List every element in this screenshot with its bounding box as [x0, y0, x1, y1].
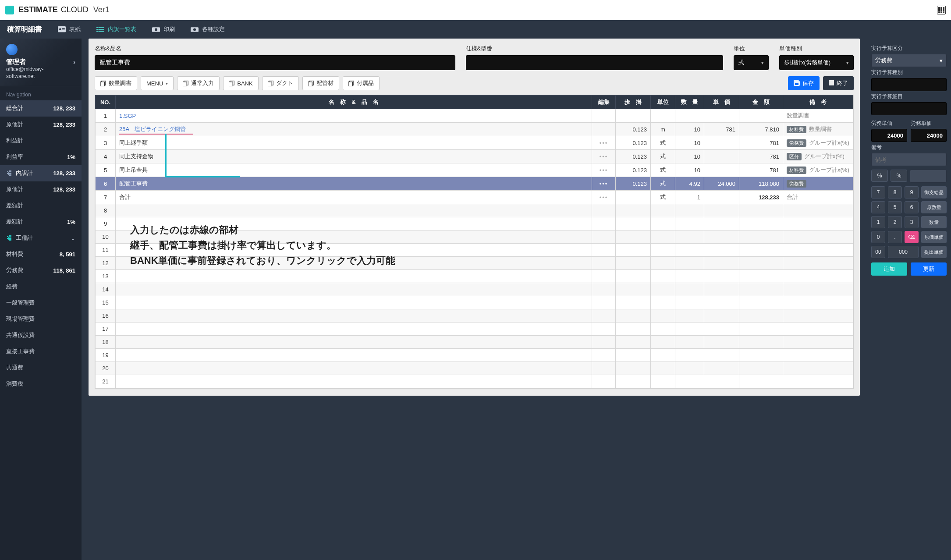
- tab-breakdown-list[interactable]: 内訳一覧表: [96, 25, 136, 33]
- add-button[interactable]: 追加: [871, 262, 907, 276]
- table-row[interactable]: 7合計•••式1128,233合計: [96, 191, 853, 204]
- percent-input[interactable]: [910, 170, 947, 183]
- key-cost-unit[interactable]: 原価単価: [921, 231, 947, 243]
- tab-settings[interactable]: 各種設定: [191, 25, 225, 33]
- table-row[interactable]: 4同上支持金物•••0.123式10781区分グループ計x(%): [96, 150, 853, 163]
- sidebar-item[interactable]: 一般管理費: [0, 295, 82, 311]
- chevron-down-icon: ▾: [761, 60, 764, 66]
- table-row[interactable]: 14: [96, 283, 853, 296]
- table-row[interactable]: 10: [96, 230, 853, 244]
- table-row[interactable]: 17: [96, 323, 853, 336]
- unit-select[interactable]: 式▾: [734, 55, 769, 70]
- table-row[interactable]: 16: [96, 309, 853, 323]
- table-row[interactable]: 19: [96, 349, 853, 362]
- budget-detail-input[interactable]: [871, 102, 947, 115]
- percent-button-a[interactable]: %: [871, 170, 888, 182]
- remarks-input[interactable]: [871, 153, 947, 166]
- user-card[interactable]: 管理者› office@midway-software.net: [0, 39, 82, 86]
- table-row[interactable]: 5同上吊金具•••0.123式10781材料費グループ計x(%): [96, 163, 853, 177]
- table-row[interactable]: 12: [96, 257, 853, 270]
- name-input[interactable]: [95, 55, 455, 70]
- tab-cover[interactable]: 表紙: [58, 25, 81, 33]
- sidebar-item[interactable]: 共通費: [0, 360, 82, 376]
- table-row[interactable]: 6配管工事費•••0.123式4.9224,000118,080労務費: [96, 177, 853, 191]
- labor-unit-b[interactable]: [911, 129, 947, 142]
- key-000[interactable]: 000: [888, 246, 919, 258]
- page-title: 積算明細書: [7, 25, 42, 34]
- save-button[interactable]: 保存: [788, 76, 820, 90]
- sidebar-item[interactable]: 材料費8, 591: [0, 246, 82, 262]
- svg-rect-0: [58, 26, 66, 32]
- key-6[interactable]: 6: [905, 201, 919, 213]
- normal-input-button[interactable]: 通常入力: [177, 76, 220, 90]
- qty-adjust-button[interactable]: 数量調書: [95, 76, 137, 90]
- table-row[interactable]: 20: [96, 362, 853, 375]
- sidebar-item[interactable]: 直接工事費: [0, 344, 82, 360]
- sidebar-item[interactable]: 経費: [0, 279, 82, 295]
- key-7[interactable]: 7: [871, 186, 885, 198]
- table-row[interactable]: 13: [96, 270, 853, 283]
- key-0[interactable]: 0: [871, 231, 885, 243]
- sidebar-item[interactable]: 利益率1%: [0, 149, 82, 165]
- sidebar-item[interactable]: 内訳計128, 233: [0, 165, 82, 181]
- key-3[interactable]: 3: [905, 216, 919, 228]
- svg-rect-15: [100, 82, 104, 86]
- attach-button[interactable]: 付属品: [343, 76, 380, 90]
- table-row[interactable]: 3同上継手類•••0.123式10781労務費グループ計x(%): [96, 136, 853, 150]
- sidebar-item[interactable]: 労務費118, 861: [0, 262, 82, 279]
- key-supply[interactable]: 御支給品: [921, 186, 947, 198]
- percent-button-b[interactable]: %: [891, 170, 907, 182]
- duct-button[interactable]: ダクト: [262, 76, 299, 90]
- update-button[interactable]: 更新: [911, 262, 947, 276]
- table-row[interactable]: 8: [96, 204, 853, 217]
- sidebar-item[interactable]: 利益計: [0, 133, 82, 149]
- detail-table: NO. 名 称 & 品 名 編集 歩 掛 単位 数 量 単 価 金 額 備 考 …: [95, 95, 854, 389]
- type-select[interactable]: 歩掛計x(労務単価)▾: [779, 55, 854, 70]
- key-1[interactable]: 1: [871, 216, 885, 228]
- key-00[interactable]: 00: [871, 246, 885, 258]
- sidebar-item[interactable]: 消費税: [0, 376, 82, 392]
- bank-button[interactable]: BANK: [223, 76, 258, 90]
- key-orig-qty[interactable]: 原数量: [921, 201, 947, 213]
- grid-menu-icon[interactable]: [937, 6, 946, 14]
- key-8[interactable]: 8: [888, 186, 902, 198]
- labor-unit-a[interactable]: [871, 129, 907, 142]
- table-row[interactable]: 21: [96, 375, 853, 388]
- sidebar-item[interactable]: 現場管理費: [0, 311, 82, 327]
- key-delete[interactable]: ⌫: [905, 231, 919, 243]
- sidebar-item[interactable]: 差額計1%: [0, 214, 82, 230]
- table-row[interactable]: 11.SGP数量調書: [96, 109, 853, 123]
- sidebar-item-value: 128, 233: [53, 170, 75, 177]
- sidebar-item-value: 128, 233: [53, 121, 75, 128]
- sidebar-item[interactable]: 原価計128, 233: [0, 117, 82, 133]
- key-2[interactable]: 2: [888, 216, 902, 228]
- tab-print[interactable]: 印刷: [152, 25, 175, 33]
- table-row[interactable]: 18: [96, 336, 853, 349]
- table-row[interactable]: 11: [96, 244, 853, 257]
- sidebar-item-label: 原価計: [6, 121, 23, 128]
- svg-rect-9: [99, 31, 105, 32]
- menu-button[interactable]: MENU▾: [141, 76, 174, 90]
- sidebar-item-label: 差額計: [6, 218, 23, 226]
- table-row[interactable]: 9: [96, 217, 853, 230]
- sidebar-item[interactable]: 原価計128, 233: [0, 181, 82, 198]
- table-row[interactable]: 15: [96, 296, 853, 309]
- key-qty[interactable]: 数量: [921, 216, 947, 228]
- budget-type-input[interactable]: [871, 78, 947, 91]
- pipe-button[interactable]: 配管材: [302, 76, 339, 90]
- key-5[interactable]: 5: [888, 201, 902, 213]
- sidebar-item[interactable]: 差額計: [0, 198, 82, 214]
- sidebar-item[interactable]: 共通仮設費: [0, 327, 82, 344]
- table-row[interactable]: 225A 塩ビライニング鋼管0.123m107817,810材料費数量調書: [96, 123, 853, 136]
- key-4[interactable]: 4: [871, 201, 885, 213]
- key-9[interactable]: 9: [905, 186, 919, 198]
- key-submit-unit[interactable]: 提出単価: [921, 246, 947, 258]
- budget-kbn-select[interactable]: 労務費▾: [871, 54, 947, 67]
- spec-input[interactable]: [466, 55, 724, 70]
- key-dot[interactable]: .: [888, 231, 902, 243]
- sidebar-item[interactable]: 総合計128, 233: [0, 100, 82, 117]
- finish-button[interactable]: 終了: [823, 76, 854, 90]
- sidebar-item-value: 128, 233: [53, 186, 75, 193]
- sidebar-item[interactable]: 工種計⌄: [0, 230, 82, 246]
- chevron-right-icon: ›: [73, 58, 75, 66]
